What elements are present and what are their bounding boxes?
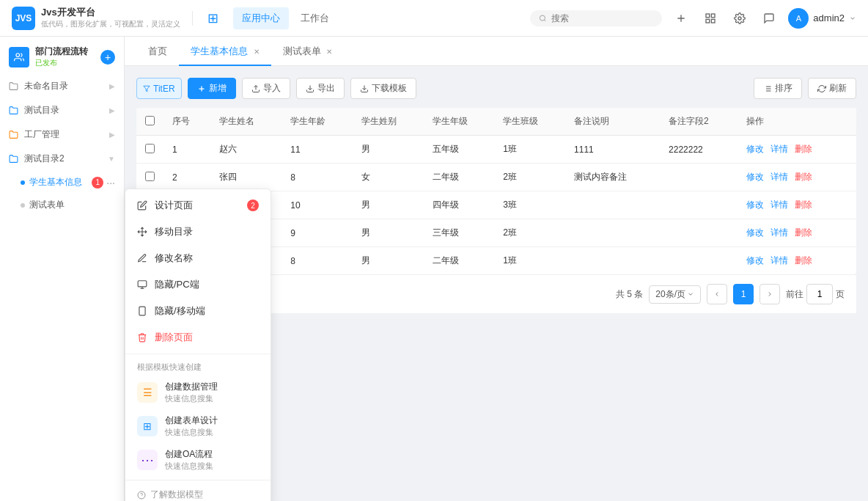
page-jump-input[interactable]	[806, 284, 833, 304]
select-all-checkbox[interactable]	[145, 116, 155, 125]
nav-workspace[interactable]: 工作台	[292, 7, 338, 29]
cell-actions: 修改 详情 删除	[738, 247, 856, 275]
detail-link[interactable]: 详情	[770, 200, 788, 210]
page-label: 页	[836, 288, 845, 301]
import-button[interactable]: 导入	[242, 78, 290, 99]
edit-link[interactable]: 修改	[746, 144, 764, 154]
app-title: Jvs开发平台	[41, 7, 180, 19]
cell-actions: 修改 详情 删除	[738, 219, 856, 247]
cell-remark2	[660, 164, 738, 191]
factory-icon	[9, 130, 18, 139]
cell-remark2	[660, 247, 738, 275]
menu-item-hide-pc[interactable]: 隐藏/PC端	[125, 271, 271, 298]
menu-hide-pc-label: 隐藏/PC端	[155, 278, 199, 291]
apps-grid-btn[interactable]	[700, 8, 721, 29]
detail-link[interactable]: 详情	[770, 227, 788, 238]
avatar-letter: A	[796, 14, 801, 23]
tab-student-info[interactable]: 学生基本信息 ✕	[179, 37, 271, 66]
row-checkbox-cell[interactable]	[136, 164, 163, 191]
design-icon	[137, 200, 147, 211]
delete-link[interactable]: 删除	[795, 255, 812, 266]
menu-item-rename[interactable]: 修改名称	[125, 245, 271, 271]
message-btn[interactable]	[759, 8, 779, 29]
search-box[interactable]	[530, 10, 662, 26]
detail-link[interactable]: 详情	[770, 172, 788, 182]
th-checkbox[interactable]	[136, 108, 163, 136]
refresh-button[interactable]: 刷新	[808, 78, 856, 99]
sidebar-item-test1[interactable]: 测试目录 ▶	[0, 98, 124, 122]
sidebar-subitem-testform[interactable]: 测试表单	[0, 194, 124, 216]
more-options-btn[interactable]: ···	[106, 177, 115, 189]
tab-test-form[interactable]: 测试表单 ✕	[271, 37, 345, 66]
export-button[interactable]: 导出	[296, 78, 345, 99]
edit-link[interactable]: 修改	[746, 227, 764, 238]
goto-label: 前往	[786, 288, 803, 301]
settings-btn[interactable]	[729, 8, 750, 29]
tab-home[interactable]: 首页	[136, 37, 179, 66]
sort-btn-label: 排序	[775, 82, 792, 95]
cell-actions: 修改 详情 删除	[738, 136, 856, 164]
row-checkbox-cell[interactable]	[136, 136, 163, 164]
chevron-down-icon	[849, 15, 856, 22]
delete-link[interactable]: 删除	[795, 172, 812, 182]
delete-link[interactable]: 删除	[795, 227, 812, 238]
user-menu[interactable]: A admin2	[788, 8, 856, 29]
cell-age: 11	[282, 136, 353, 164]
prev-page-btn[interactable]	[707, 284, 727, 304]
cell-remark: 1111	[565, 136, 660, 164]
row-checkbox[interactable]	[145, 172, 155, 181]
detail-link[interactable]: 详情	[770, 144, 788, 154]
delete-link[interactable]: 删除	[795, 144, 812, 154]
cell-grade: 五年级	[424, 136, 495, 164]
sidebar-item-test2[interactable]: 测试目录2 ▼	[0, 147, 124, 171]
sort-button[interactable]: 排序	[754, 78, 802, 99]
export-btn-label: 导出	[317, 82, 335, 95]
next-page-btn[interactable]	[760, 284, 780, 304]
page-size-select[interactable]: 20条/页	[649, 285, 701, 304]
download-template-button[interactable]: 下载模板	[350, 78, 416, 99]
edit-link[interactable]: 修改	[746, 200, 764, 210]
sidebar-item-unnamed[interactable]: 未命名目录 ▶	[0, 74, 124, 98]
chevron-down-icon: ▼	[108, 155, 115, 163]
sidebar-add-button[interactable]: +	[100, 50, 115, 65]
th-age: 学生年龄	[282, 108, 353, 136]
logo-info: Jvs开发平台 低代码，图形化扩展，可视配置，灵活定义	[41, 7, 180, 29]
add-button[interactable]: 新增	[188, 78, 236, 99]
tab-close-student[interactable]: ✕	[254, 48, 260, 56]
search-input[interactable]	[551, 13, 653, 23]
edit-link[interactable]: 修改	[746, 255, 764, 266]
row-checkbox[interactable]	[145, 144, 155, 153]
nav-apps: 应用中心 工作台	[233, 7, 338, 29]
folder-expanded-icon	[9, 154, 18, 164]
add-btn[interactable]	[671, 8, 691, 29]
cell-gender: 女	[353, 164, 424, 191]
nav-app-center[interactable]: 应用中心	[233, 7, 289, 29]
sort-icon	[763, 84, 772, 93]
grid-icon-btn	[705, 12, 716, 24]
sidebar-title-info: 部门流程流转 已发布	[35, 45, 88, 68]
tab-close-testform[interactable]: ✕	[326, 48, 332, 56]
detail-link[interactable]: 详情	[770, 255, 788, 266]
page-1-btn[interactable]: 1	[733, 284, 754, 304]
svg-point-5	[738, 17, 741, 20]
sidebar-item-factory[interactable]: 工厂管理 ▶	[0, 122, 124, 147]
sidebar-item-label: 未命名目录	[24, 80, 68, 92]
app-subtitle: 低代码，图形化扩展，可视配置，灵活定义	[41, 19, 180, 29]
cell-id: 2	[163, 164, 210, 191]
menu-item-hide-mobile[interactable]: 隐藏/移动端	[125, 298, 271, 324]
grid-icon: ⊞	[207, 10, 218, 26]
sidebar: 部门流程流转 已发布 + 未命名目录 ▶ 测试目录 ▶ 工厂管理	[0, 37, 125, 325]
menu-item-design[interactable]: 设计页面 2	[125, 192, 271, 219]
edit-link[interactable]: 修改	[746, 172, 764, 182]
hide-pc-icon	[137, 279, 147, 290]
sidebar-subitem-student[interactable]: 学生基本信息 1 ···	[0, 171, 124, 194]
sidebar-item-label: 工厂管理	[24, 128, 59, 141]
cell-remark2: 2222222	[660, 136, 738, 164]
table-row: 1 赵六 11 男 五年级 1班 1111 2222222 修改 详情 删除	[136, 136, 856, 164]
menu-item-move[interactable]: 移动目录	[125, 219, 271, 245]
svg-point-6	[16, 53, 20, 56]
delete-link[interactable]: 删除	[795, 200, 812, 210]
download-icon	[360, 84, 369, 93]
menu-hide-mobile-label: 隐藏/移动端	[155, 304, 205, 318]
menu-item-delete-page[interactable]: 删除页面	[125, 324, 271, 325]
